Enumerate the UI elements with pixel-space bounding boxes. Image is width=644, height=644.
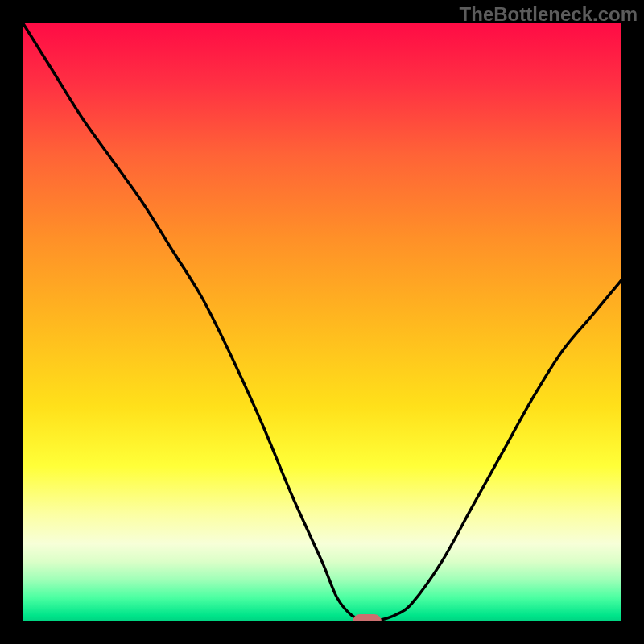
watermark-label: TheBottleneck.com [460,3,638,26]
curve-layer [23,23,621,621]
plot-area [23,23,621,621]
optimal-marker [353,614,382,621]
bottleneck-curve [23,23,621,621]
chart-container: TheBottleneck.com [0,0,644,644]
